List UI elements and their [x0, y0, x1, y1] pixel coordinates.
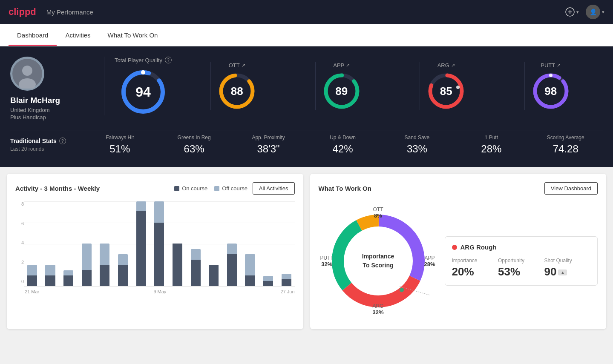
trad-label: Traditional Stats ? Last 20 rounds [10, 138, 83, 152]
bar-2-off [63, 270, 73, 275]
on-course-dot [174, 186, 179, 191]
arg-value: 85 [440, 84, 452, 97]
bar-11 [224, 201, 240, 286]
opportunity-metric: Opportunity 53% [498, 258, 544, 278]
bar-3-off [82, 244, 92, 270]
x-label-mar: 21 Mar [25, 289, 39, 294]
stat-app-proximity: App. Proximity 38'3" [231, 135, 305, 155]
user-menu-button[interactable]: 👤 ▾ [586, 5, 604, 19]
app-segment-label: APP 28% [424, 255, 435, 267]
bar-6-off [136, 201, 146, 211]
tab-activities[interactable]: Activities [57, 24, 99, 46]
app-arrow: ↗ [346, 63, 350, 68]
avatar: 👤 [586, 5, 600, 19]
arg-dot [452, 245, 457, 250]
putt-value: 98 [544, 84, 557, 97]
bar-11-on [227, 254, 237, 286]
shot-quality-badge: ▲ [558, 269, 567, 275]
ott-label: OTT ↗ [229, 62, 245, 69]
bar-4-off [100, 244, 109, 265]
bar-1-on [45, 275, 55, 286]
sub-score-app: APP ↗ 89 [315, 62, 368, 110]
bar-3 [78, 201, 95, 286]
bar-13-on [263, 281, 273, 286]
bar-12 [242, 201, 259, 286]
bar-6-on [136, 211, 146, 286]
app-ring: 89 [322, 72, 361, 110]
putt-arrow: ↗ [557, 63, 561, 68]
view-dashboard-button[interactable]: View Dashboard [544, 182, 598, 195]
trad-title: Traditional Stats ? [10, 138, 83, 144]
off-course-dot [214, 186, 219, 191]
ott-segment-label: OTT 8% [373, 206, 383, 219]
arg-rough-info-card: ARG Rough Importance 20% Opportunity 53%… [445, 236, 598, 286]
bar-14-off [282, 274, 291, 279]
add-button[interactable]: ▾ [565, 7, 579, 17]
donut-center-label: ImportanceTo Scoring [362, 252, 394, 270]
sub-score-putt: PUTT ↗ 98 [524, 62, 577, 110]
player-country: United Kingdom [10, 107, 50, 113]
player-handicap: Plus Handicap [10, 114, 46, 120]
quality-main: Total Player Quality ? 94 [115, 57, 184, 115]
ott-ring: 88 [218, 72, 256, 110]
trad-subtitle: Last 20 rounds [10, 146, 83, 152]
bar-chart-wrapper: 8 6 4 2 0 [15, 201, 295, 294]
stat-scoring-average: Scoring Average 74.28 [529, 135, 603, 155]
bar-14-on [282, 279, 291, 286]
quality-main-value: 94 [135, 84, 151, 100]
svg-point-18 [549, 74, 553, 77]
sub-score-arg: ARG ↗ 85 [420, 62, 472, 110]
putt-segment-label: PUTT 32% [320, 255, 334, 267]
tab-dashboard[interactable]: Dashboard [9, 24, 57, 46]
nav-tabs: Dashboard Activities What To Work On [0, 24, 613, 46]
bar-0 [24, 201, 40, 286]
x-label-jun: 27 Jun [280, 289, 294, 294]
player-quality-row: Blair McHarg United Kingdom Plus Handica… [10, 57, 603, 120]
activity-chart-title: Activity - 3 Months - Weekly [15, 185, 174, 192]
svg-point-24 [400, 288, 404, 292]
svg-point-4 [22, 66, 32, 76]
bar-5-on [118, 265, 128, 286]
arg-arrow: ↗ [451, 63, 455, 68]
arg-rough-title: ARG Rough [452, 244, 591, 251]
svg-point-8 [141, 70, 145, 75]
bar-14 [278, 201, 295, 286]
player-avatar [10, 57, 44, 91]
header-title: My Performance [46, 9, 565, 16]
bar-12-on [245, 275, 255, 286]
arg-label: ARG ↗ [437, 62, 455, 69]
all-activities-button[interactable]: All Activities [253, 182, 295, 195]
bar-2-on [63, 275, 73, 286]
bar-8-on [173, 244, 182, 286]
plus-circle-icon [565, 7, 575, 17]
user-chevron: ▾ [602, 9, 604, 15]
quality-help-icon[interactable]: ? [165, 57, 172, 63]
bar-5 [115, 201, 131, 286]
bar-7 [151, 201, 167, 286]
activity-card-header: Activity - 3 Months - Weekly On course O… [15, 182, 295, 195]
player-name: Blair McHarg [10, 96, 60, 105]
wtwon-title: What To Work On [319, 185, 544, 192]
ott-value: 88 [231, 84, 243, 97]
bar-10 [205, 201, 222, 286]
arg-ring: 85 [427, 72, 465, 110]
hero-section: Blair McHarg United Kingdom Plus Handica… [0, 46, 613, 167]
logo: clippd [9, 6, 36, 17]
bar-9-on [191, 260, 201, 286]
shot-quality-metric: Shot Quality 90▲ [544, 258, 591, 278]
stat-up-down: Up & Down 42% [305, 135, 380, 155]
bar-4-on [100, 265, 109, 286]
y-axis: 8 6 4 2 0 [15, 201, 24, 284]
bar-11-off [227, 244, 237, 254]
header-actions: ▾ 👤 ▾ [565, 5, 604, 19]
bar-9-off [191, 249, 201, 260]
bar-7-on [154, 223, 164, 286]
activity-card: Activity - 3 Months - Weekly On course O… [7, 174, 303, 329]
bar-5-off [118, 254, 128, 265]
tab-what-to-work-on[interactable]: What To Work On [99, 24, 167, 46]
sub-scores: OTT ↗ 88 APP ↗ [184, 57, 603, 115]
trad-help-icon[interactable]: ? [59, 138, 66, 144]
app-label: APP ↗ [333, 62, 350, 69]
bar-0-on [27, 275, 37, 286]
player-photo [12, 59, 42, 89]
